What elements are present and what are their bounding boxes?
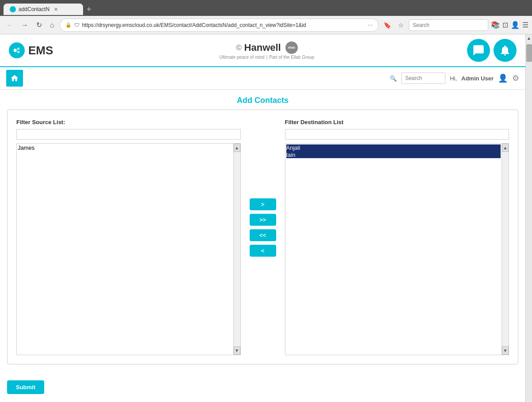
scroll-thumb[interactable] [526, 44, 532, 62]
header-actions [467, 39, 517, 62]
source-list-select[interactable]: James [16, 143, 234, 355]
middle-panel: > >> << < [241, 198, 285, 257]
ems-logo: EMS [9, 42, 53, 58]
source-scrollbar: ▲ ▼ [234, 143, 241, 355]
back-button[interactable]: ← [4, 19, 16, 31]
dest-panel: Filter Destination List Anjali Iain ▲ ▼ [285, 119, 509, 355]
ellab-badge: ellab [285, 42, 298, 54]
browser-search-input[interactable] [409, 19, 488, 31]
submit-area: Submit [0, 373, 525, 401]
svg-point-0 [14, 49, 17, 52]
page-title-bar: Add Contacts [0, 90, 525, 110]
home-icon [10, 74, 19, 83]
tab-close-button[interactable]: ✕ [54, 7, 58, 12]
shield-icon: 🛡 [74, 22, 80, 28]
chat-button[interactable] [467, 39, 490, 62]
dest-list-item-anjali[interactable]: Anjali [286, 144, 501, 152]
page-scrollbar[interactable]: ▲ ▼ [525, 34, 532, 402]
source-filter-label: Filter Source List: [16, 119, 241, 125]
source-scroll-up[interactable]: ▲ [234, 144, 240, 152]
hanwell-logo: Ⓒ Hanwell ellab Ultimate peace of mind |… [219, 42, 314, 60]
ems-text: EMS [28, 44, 53, 57]
library-icon[interactable]: 📚 [491, 21, 500, 29]
hanwell-taglines: Ultimate peace of mind | Part of the Ell… [219, 55, 314, 60]
tab-favicon [10, 6, 16, 12]
star-icon[interactable]: ☆ [396, 20, 406, 30]
bookmark-icon[interactable]: 🔖 [381, 20, 393, 30]
tab-title: addContactN [19, 6, 49, 12]
site-header: EMS Ⓒ Hanwell ellab Ultimate peace of mi… [0, 34, 525, 67]
nav-bar: 🔍 Hi, Admin User 👤 ⚙ [0, 67, 525, 90]
user-profile-icon[interactable]: 👤 [498, 73, 508, 83]
browser-nav-bar: ← → ↻ ⌂ 🔒 🛡 https://drsynergy.emscloud.c… [0, 16, 532, 34]
page-title: Add Contacts [237, 96, 289, 105]
search-icon[interactable]: 🔍 [390, 75, 397, 82]
hanwell-name: Hanwell [244, 42, 281, 53]
move-right-one-button[interactable]: > [250, 198, 276, 210]
split-view-icon[interactable]: ⊡ [502, 21, 508, 29]
source-list-item[interactable]: James [18, 144, 232, 152]
dest-filter-input[interactable] [285, 129, 509, 140]
username-label: Admin User [461, 75, 494, 82]
dest-list-item-iain[interactable]: Iain [286, 152, 501, 159]
hanwell-ampersand: Ⓒ [236, 44, 242, 52]
submit-button[interactable]: Submit [7, 380, 44, 394]
dest-filter-label: Filter Destination List [285, 119, 509, 125]
nav-extra-buttons: 🔖 ☆ [381, 20, 406, 30]
svg-point-2 [17, 51, 19, 53]
browser-tab[interactable]: addContactN ✕ [4, 4, 83, 15]
dest-list-select[interactable]: Anjali Iain [285, 143, 502, 355]
main-content: Filter Source List: James ▲ ▼ [0, 110, 525, 373]
dest-scroll-track [502, 152, 509, 346]
dest-scrollbar: ▲ ▼ [502, 143, 509, 355]
source-list-wrapper: James ▲ ▼ [16, 143, 241, 355]
move-left-all-button[interactable]: << [250, 229, 276, 241]
dest-list-wrapper: Anjali Iain ▲ ▼ [285, 143, 509, 355]
scroll-top-button[interactable]: ▲ [526, 34, 532, 42]
new-tab-button[interactable]: + [83, 5, 95, 14]
hanwell-sub: Part of the Ellab Group [269, 55, 314, 60]
contacts-panel: Filter Source List: James ▲ ▼ [7, 110, 518, 364]
source-scroll-down[interactable]: ▼ [234, 346, 240, 355]
hanwell-brand: Ⓒ Hanwell ellab [236, 42, 298, 54]
hi-label: Hi, [450, 75, 457, 82]
chat-icon [472, 44, 485, 57]
account-icon[interactable]: 👤 [511, 21, 520, 29]
notifications-button[interactable] [494, 39, 517, 62]
ems-logo-svg [12, 46, 22, 55]
reload-button[interactable]: ↻ [34, 19, 45, 31]
source-filter-input[interactable] [16, 129, 241, 140]
hanwell-pipe: | [266, 55, 268, 60]
svg-point-1 [17, 48, 19, 50]
bell-icon [499, 44, 511, 57]
settings-icon[interactable]: ⚙ [512, 73, 519, 83]
address-bar[interactable]: 🔒 🛡 https://drsynergy.emscloud.co.uk/EMS… [60, 19, 379, 32]
move-right-all-button[interactable]: >> [250, 214, 276, 226]
forward-button[interactable]: → [19, 19, 31, 31]
url-text: https://drsynergy.emscloud.co.uk/EMS/con… [82, 22, 365, 28]
menu-icon[interactable]: ☰ [522, 21, 528, 29]
scroll-track[interactable] [526, 42, 532, 402]
lock-icon: 🔒 [65, 22, 72, 28]
dest-scroll-down[interactable]: ▼ [502, 346, 509, 355]
home-nav-button[interactable]: ⌂ [47, 19, 57, 31]
hanwell-tagline: Ultimate peace of mind [219, 55, 264, 60]
source-panel: Filter Source List: James ▲ ▼ [16, 119, 241, 355]
source-scroll-track [234, 152, 240, 346]
more-icon[interactable]: ⋯ [368, 22, 373, 28]
ems-icon [9, 42, 25, 58]
move-left-one-button[interactable]: < [250, 245, 276, 257]
home-button[interactable] [6, 70, 23, 87]
lists-row: Filter Source List: James ▲ ▼ [16, 119, 509, 355]
nav-right: 🔍 Hi, Admin User 👤 ⚙ [390, 72, 519, 84]
dest-scroll-up[interactable]: ▲ [502, 144, 509, 152]
nav-search-input[interactable] [401, 72, 445, 84]
